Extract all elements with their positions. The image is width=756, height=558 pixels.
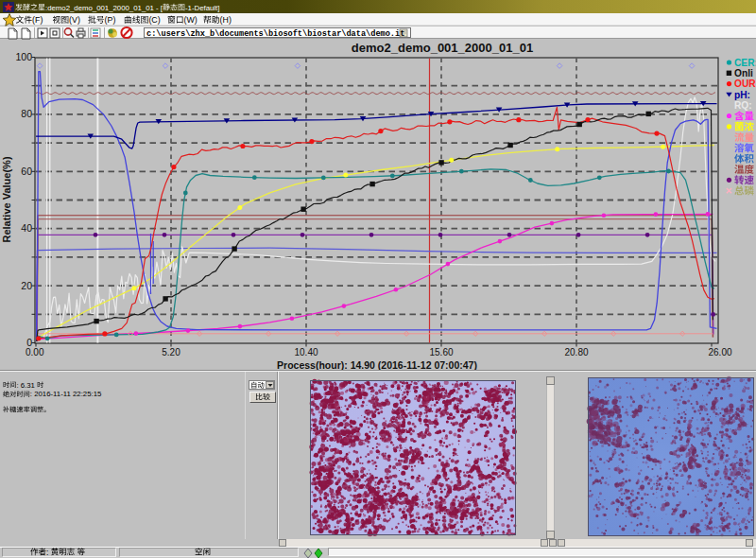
svg-text:20: 20	[21, 280, 32, 291]
svg-text:26.00: 26.00	[708, 347, 731, 357]
svg-text:40: 40	[21, 222, 32, 234]
svg-text:RQ:: RQ:	[734, 100, 752, 111]
svg-text:5.20: 5.20	[162, 347, 180, 357]
svg-text:OUR:: OUR:	[734, 78, 756, 89]
svg-text:Relative Value(%): Relative Value(%)	[1, 156, 12, 242]
svg-text:100: 100	[15, 51, 32, 62]
svg-text:80: 80	[21, 108, 32, 119]
svg-text:Onli: Onli	[734, 68, 753, 78]
svg-text:demo2_demo_001_2000_01_01: demo2_demo_001_2000_01_01	[352, 41, 533, 55]
svg-text:15.60: 15.60	[429, 347, 453, 357]
svg-text:60: 60	[21, 166, 32, 177]
svg-text:pH:: pH:	[734, 90, 750, 100]
svg-text:CER:: CER:	[734, 58, 756, 68]
svg-text:0.00: 0.00	[26, 347, 44, 357]
svg-text:20.80: 20.80	[564, 347, 588, 357]
svg-text:10.40: 10.40	[294, 347, 318, 357]
